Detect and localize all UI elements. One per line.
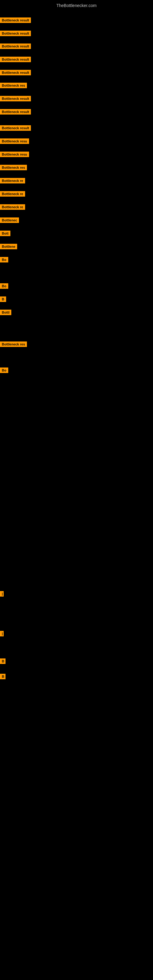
bottleneck-badge-26: B bbox=[0, 659, 5, 665]
bottleneck-badge-25: | bbox=[0, 631, 4, 638]
bottleneck-badge-24: | bbox=[0, 591, 4, 598]
bottleneck-badge-13: Bottleneck re bbox=[0, 191, 25, 198]
bottleneck-badge-17: Bottlene bbox=[0, 244, 17, 250]
bottleneck-badge-20: B bbox=[0, 296, 6, 303]
bottleneck-badge-23: Bo bbox=[0, 368, 8, 374]
bottleneck-badge-12: Bottleneck re bbox=[0, 178, 25, 185]
bottleneck-badge-14: Bottleneck re bbox=[0, 204, 25, 211]
bottleneck-badge-6: Bottleneck result bbox=[0, 96, 31, 103]
bottleneck-badge-4: Bottleneck result bbox=[0, 70, 31, 76]
bottleneck-badge-11: Bottleneck res bbox=[0, 165, 27, 172]
bottleneck-badge-3: Bottleneck result bbox=[0, 57, 31, 64]
bottleneck-badge-7: Bottleneck result bbox=[0, 109, 31, 116]
bottleneck-badge-21: Bottl bbox=[0, 310, 11, 317]
bottleneck-badge-1: Bottleneck result bbox=[0, 30, 31, 37]
bottleneck-badge-15: Bottlenec bbox=[0, 218, 19, 224]
bottleneck-badge-19: Bo bbox=[0, 283, 8, 290]
bottleneck-badge-8: Bottleneck result bbox=[0, 125, 31, 132]
bottleneck-badge-27: B bbox=[0, 674, 5, 681]
bottleneck-badge-2: Bottleneck result bbox=[0, 43, 31, 50]
bottleneck-badge-10: Bottleneck resu bbox=[0, 151, 29, 158]
bottleneck-badge-0: Bottleneck result bbox=[0, 18, 31, 24]
bottleneck-badge-9: Bottleneck resu bbox=[0, 138, 29, 145]
bottleneck-badge-16: Bott bbox=[0, 231, 10, 237]
bottleneck-badge-18: Bo bbox=[0, 257, 8, 264]
bottleneck-badge-22: Bottleneck res bbox=[0, 342, 27, 348]
bottleneck-badge-5: Bottleneck res bbox=[0, 83, 27, 89]
